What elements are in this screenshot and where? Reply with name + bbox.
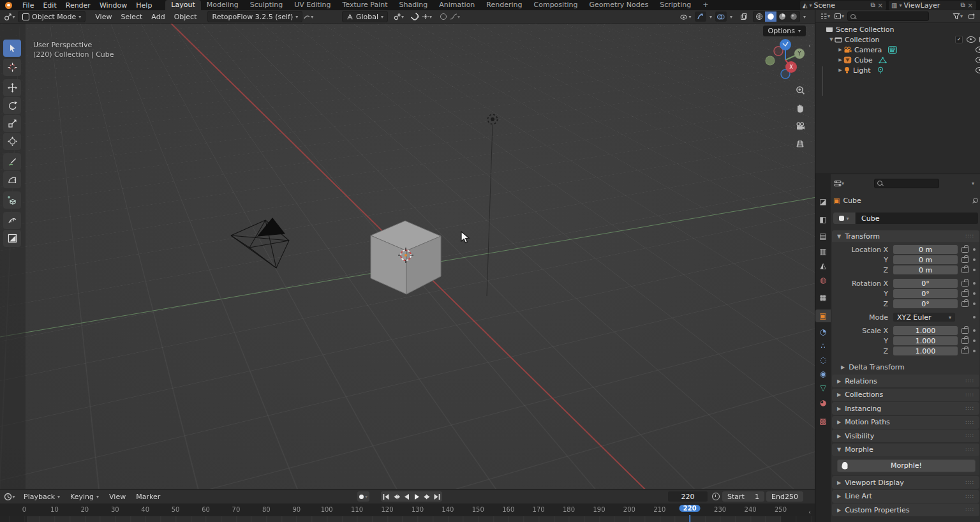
drag-handle-icon[interactable]: ∷∷ — [966, 419, 974, 426]
ruler-tick[interactable]: 230 — [714, 506, 726, 513]
ruler-tick[interactable]: 80 — [262, 506, 271, 513]
ruler-tick[interactable]: 180 — [563, 506, 575, 513]
workspace-tab-geometry-nodes[interactable]: Geometry Nodes — [583, 0, 654, 10]
animate-dot-icon[interactable] — [973, 248, 976, 251]
ruler-tick[interactable]: 120 — [381, 506, 393, 513]
outliner-search-input[interactable] — [847, 11, 929, 21]
properties-tab-constraints[interactable]: ◉ — [815, 368, 831, 380]
snap-settings-dropdown[interactable]: ▾ — [421, 11, 433, 22]
lock-icon[interactable] — [961, 281, 969, 287]
ruler-tick[interactable]: 90 — [292, 506, 301, 513]
ruler-tick[interactable]: 250 — [775, 506, 787, 513]
outliner-row-collection[interactable]: ▼Collection✓ — [815, 34, 980, 45]
menu-render[interactable]: Render — [61, 1, 95, 10]
value-field[interactable]: 0 m — [893, 255, 958, 264]
prev-keyframe-button[interactable] — [391, 491, 401, 502]
blender-logo-icon[interactable] — [5, 2, 14, 9]
section-motion-paths[interactable]: ▶Motion Paths∷∷ — [832, 416, 979, 429]
properties-tab-material[interactable]: ◕ — [815, 396, 831, 409]
tool-add-cube[interactable] — [3, 191, 21, 209]
tool-annotate[interactable] — [3, 153, 21, 170]
expand-caret[interactable]: ▶ — [837, 57, 843, 63]
menu-help[interactable]: Help — [131, 1, 156, 10]
viewport-menu-select[interactable]: Select — [116, 12, 147, 22]
drag-handle-icon[interactable]: ∷∷ — [966, 392, 974, 398]
overlays-dropdown[interactable]: ▾ — [730, 14, 732, 20]
scene-selector[interactable]: ◭ ▾ Scene ⧉ × — [800, 1, 886, 10]
animate-dot-icon[interactable] — [973, 292, 976, 295]
object-type-icon-dropdown[interactable]: ▾ — [833, 213, 855, 224]
viewport-menu-add[interactable]: Add — [147, 12, 169, 22]
zoom-icon[interactable] — [794, 84, 806, 96]
section-custom-properties[interactable]: ▶Custom Properties∷∷ — [832, 503, 979, 516]
timeline-ruler[interactable]: 0102030405060708090100110120130140150160… — [0, 503, 815, 516]
frame-end-field[interactable]: End 250 — [766, 491, 803, 502]
workspace-tab-rendering[interactable]: Rendering — [480, 0, 528, 10]
pan-hand-icon[interactable] — [794, 102, 806, 114]
outliner-filter-button[interactable]: ▾ — [952, 11, 963, 22]
animate-dot-icon[interactable] — [973, 329, 976, 332]
new-viewlayer-icon[interactable]: ⧉ — [960, 1, 965, 9]
value-field[interactable]: 1.000 — [893, 347, 958, 355]
editor-type-selector[interactable]: ▾ — [4, 11, 15, 22]
menu-edit[interactable]: Edit — [38, 1, 61, 10]
section-line-art[interactable]: ▶Line Art∷∷ — [832, 490, 979, 503]
frame-start-field[interactable]: Start 1 — [722, 491, 764, 502]
ruler-tick[interactable]: 170 — [533, 506, 545, 513]
orthographic-grid-icon[interactable] — [794, 138, 806, 149]
viewlayer-selector[interactable]: ▥ ▾ ViewLayer ⧉ × — [889, 1, 976, 10]
tool-rotate[interactable] — [3, 97, 21, 114]
drag-handle-icon[interactable]: ∷∷ — [966, 378, 974, 384]
current-frame-indicator[interactable]: 220 — [679, 505, 701, 512]
show-overlays-toggle[interactable] — [715, 11, 727, 22]
drag-handle-icon[interactable]: ∷∷ — [966, 405, 974, 412]
properties-tab-output[interactable]: ▤ — [815, 230, 831, 242]
hide-in-viewport-icon[interactable] — [976, 67, 980, 73]
outliner-display-mode-dropdown[interactable]: ▾ — [833, 11, 845, 22]
ruler-tick[interactable]: 210 — [653, 506, 665, 513]
ruler-tick[interactable]: 20 — [80, 506, 89, 513]
snap-toggle[interactable] — [410, 11, 421, 22]
expand-caret[interactable]: ▶ — [837, 47, 843, 52]
gizmo-dropdown[interactable]: ▾ — [709, 14, 712, 20]
lock-icon[interactable] — [961, 267, 969, 273]
lock-icon[interactable] — [961, 291, 969, 297]
morphle-button[interactable]: Morphle! — [837, 459, 976, 472]
drag-handle-icon[interactable]: ∷∷ — [966, 447, 974, 453]
animate-dot-icon[interactable] — [973, 316, 976, 318]
shading-wireframe-button[interactable] — [754, 11, 765, 22]
timeline-menu-view[interactable]: View — [105, 492, 130, 502]
hide-in-viewport-icon[interactable] — [967, 36, 976, 43]
timeline-region-toggle-icon[interactable]: ‹ — [808, 509, 811, 516]
xray-toggle[interactable] — [738, 11, 750, 22]
timeline-editor-type-selector[interactable]: ▾ — [4, 491, 15, 502]
properties-tab-object[interactable]: ▣ — [815, 309, 831, 322]
ruler-tick[interactable]: 150 — [472, 506, 484, 513]
ruler-tick[interactable]: 240 — [745, 506, 757, 513]
viewport-menu-object[interactable]: Object — [170, 12, 202, 22]
drag-handle-icon[interactable]: ∷∷ — [966, 433, 974, 439]
ruler-tick[interactable]: 10 — [50, 506, 59, 513]
tool-cursor-3d[interactable] — [3, 59, 21, 76]
jump-to-end-button[interactable] — [432, 491, 442, 502]
auto-keying-button[interactable]: ▾ — [357, 491, 369, 502]
properties-tab-world[interactable]: ◍ — [815, 274, 831, 287]
timeline-menu-marker[interactable]: Marker — [131, 492, 165, 502]
properties-tab-collection[interactable]: ▦ — [815, 291, 831, 304]
animate-dot-icon[interactable] — [973, 282, 976, 285]
animate-dot-icon[interactable] — [973, 302, 976, 305]
tool-retopoflow-tool-2[interactable] — [3, 230, 21, 247]
properties-editor-type-selector[interactable]: ▾ — [833, 178, 845, 188]
outliner-row-camera[interactable]: ▶Camera — [815, 45, 980, 55]
expand-caret[interactable]: ▼ — [828, 37, 835, 42]
lock-icon[interactable] — [961, 301, 969, 307]
animate-dot-icon[interactable] — [973, 258, 976, 261]
animate-dot-icon[interactable] — [973, 269, 976, 271]
animate-dot-icon[interactable] — [973, 339, 976, 342]
play-reverse-button[interactable] — [401, 491, 412, 502]
tool-transform[interactable] — [3, 133, 21, 150]
ruler-tick[interactable]: 160 — [502, 506, 514, 513]
mode-selector[interactable]: Object Mode ▾ — [18, 11, 85, 22]
animate-dot-icon[interactable] — [973, 350, 976, 352]
properties-search-input[interactable] — [874, 179, 939, 188]
